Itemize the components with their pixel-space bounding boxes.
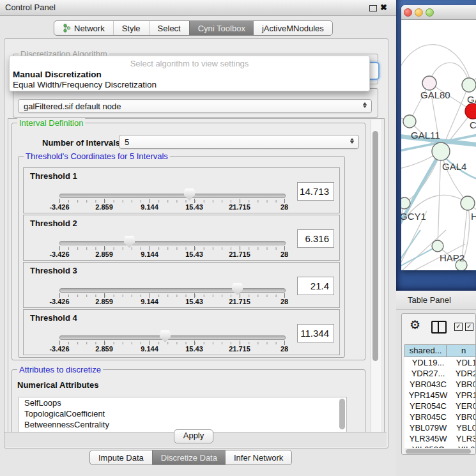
table-cell[interactable]: YLR345W [404,433,452,444]
threshold-3-slider-handle[interactable] [232,283,243,295]
node-h[interactable] [461,196,475,210]
algorithm-prompt: Select algorithm to view settings [10,59,369,68]
table-cell[interactable]: YPR145W [404,390,452,401]
threshold-4-slider-track[interactable] [59,335,286,340]
list-item[interactable]: BetweennessCentrality [19,419,346,430]
threshold-2-box: Threshold 2 -3.426 2.859 9.144 15.43 21.… [23,215,340,261]
tick-label: -3.426 [49,345,69,353]
threshold-1-box: Threshold 1 -3.426 2.859 9.144 15.43 21.… [23,167,340,213]
threshold-1-value-field[interactable]: 14.713 [297,182,334,201]
cyni-bottom-tabbar: Impute Data Discretize Data Infer Networ… [89,450,292,465]
tab-impute-data-label: Impute Data [98,453,144,463]
column-header-name[interactable]: n [447,344,476,357]
table-cell[interactable]: YBL0 [452,422,476,433]
node-gal80[interactable] [422,76,436,90]
list-item[interactable]: TopologicalCoefficient [19,408,346,419]
tab-style[interactable]: Style [113,21,149,35]
table-cell[interactable]: YDL19... [404,357,452,368]
threshold-2-slider-track[interactable] [59,241,286,245]
table-row[interactable]: YDL19...YDL1 [404,357,476,368]
table-cell[interactable]: YBR045C [404,411,452,422]
table-cell[interactable]: YIL052C [404,444,452,448]
list-scrollbar-thumb[interactable] [339,399,345,429]
table-cell[interactable]: YDR2 [452,368,476,379]
threshold-1-slider-handle[interactable] [184,188,195,201]
table-cell[interactable]: YLR3 [452,433,476,444]
column-header-shared[interactable]: shared... [404,344,447,357]
threshold-1-slider-track[interactable] [59,194,286,198]
threshold-4-label: Threshold 4 [30,313,77,323]
threshold-3-slider-track[interactable] [59,288,286,293]
tick-label: 2.859 [95,298,113,305]
table-row[interactable]: YIL052CYIL0 [404,444,476,448]
node-gal11[interactable] [403,115,416,128]
tick-label: 9.144 [141,203,158,211]
minimize-traffic-light-icon[interactable] [415,8,423,17]
table-cell[interactable]: YBR043C [404,379,452,390]
network-window-titlebar[interactable] [401,5,476,20]
gear-icon[interactable]: ⚙ [410,319,420,332]
table-cell[interactable]: YDR27... [404,368,452,379]
threshold-2-value-field[interactable]: 6.316 [297,229,334,248]
tab-jactivemnodules-label: jActiveMNodules [262,24,324,33]
table-cell[interactable]: YIL0 [452,444,476,448]
table-cell[interactable]: YBL079W [404,422,452,433]
node-label-c: C [470,119,476,130]
table-row[interactable]: YBL079WYBL0 [404,422,476,433]
close-traffic-light-icon[interactable] [404,8,412,17]
table-row[interactable]: YDR27...YDR2 [404,368,476,379]
threshold-4-value-field[interactable]: 11.344 [297,324,334,342]
table-row[interactable]: YPR145WYPR1 [404,390,476,401]
table-cell[interactable]: YBR0 [452,411,476,422]
split-columns-icon[interactable] [431,321,447,334]
slider-ticks [59,295,285,297]
tab-discretize-data[interactable]: Discretize Data [152,450,226,464]
float-window-icon[interactable] [369,5,377,12]
checkbox-icon[interactable]: ✓ [454,323,463,331]
vertical-scrollbar-thumb[interactable] [372,131,378,361]
slider-ticks [59,342,285,344]
table-data-combobox[interactable]: galFiltered.sif default node [18,99,372,113]
node-gcy1[interactable] [401,197,410,209]
number-of-intervals-combobox[interactable]: 5 [119,135,359,149]
close-icon[interactable]: ✖ [380,3,387,12]
table-row[interactable]: YBR045CYBR0 [404,411,476,422]
tab-infer-network[interactable]: Infer Network [226,450,291,464]
algorithm-option-equal-width[interactable]: Equal Width/Frequency Discretization [13,80,157,89]
table-row[interactable]: YER054CYER0 [404,401,476,411]
node-label-gal80: GAL80 [420,89,450,100]
node-hap2[interactable] [432,240,443,252]
table-cell[interactable]: YER0 [452,401,476,411]
table-cell[interactable]: YDL1 [452,357,476,368]
table-row[interactable]: YBR043CYBR0 [404,379,476,390]
tab-network[interactable]: Network [54,21,113,35]
tab-infer-network-label: Infer Network [234,453,283,463]
table-panel-title: Table Panel [408,295,451,305]
node-top-right[interactable] [462,78,476,92]
network-canvas[interactable]: GAL80 GA C GAL11 GAL4 GCY1 H HAP2 [401,19,476,270]
node-gal4[interactable] [432,142,450,160]
table-cell[interactable]: YBR0 [452,379,476,390]
table-cell[interactable]: YER054C [404,401,452,411]
algorithm-option-manual[interactable]: Manual Discretization [13,70,102,79]
tab-select[interactable]: Select [149,21,189,35]
apply-button[interactable]: Apply [174,429,213,443]
tab-network-label: Network [74,24,105,33]
tab-impute-data[interactable]: Impute Data [90,450,152,464]
table-body: YDL19...YDL1 YDR27...YDR2 YBR043CYBR0 YP… [404,357,476,448]
checkbox-icon[interactable]: ✓ [465,323,473,331]
list-item[interactable]: SelfLoops [19,397,346,408]
threshold-4-slider-handle[interactable] [160,330,171,342]
table-row[interactable]: YLR345WYLR3 [404,433,476,444]
tick-label: 28 [280,298,288,305]
tab-jactivemnodules[interactable]: jActiveMNodules [254,21,332,35]
zoom-traffic-light-icon[interactable] [426,8,434,17]
horizontal-scrollbar-track[interactable] [404,449,474,454]
node-red-selected[interactable] [465,104,476,119]
threshold-3-value-field[interactable]: 21.4 [297,277,334,295]
horizontal-scrollbar-thumb[interactable] [406,449,471,454]
threshold-2-slider-handle[interactable] [124,236,135,248]
tick-label: 21.715 [229,298,250,305]
table-cell[interactable]: YPR1 [452,390,476,401]
tab-cyni-toolbox[interactable]: Cyni Toolbox [189,21,254,35]
